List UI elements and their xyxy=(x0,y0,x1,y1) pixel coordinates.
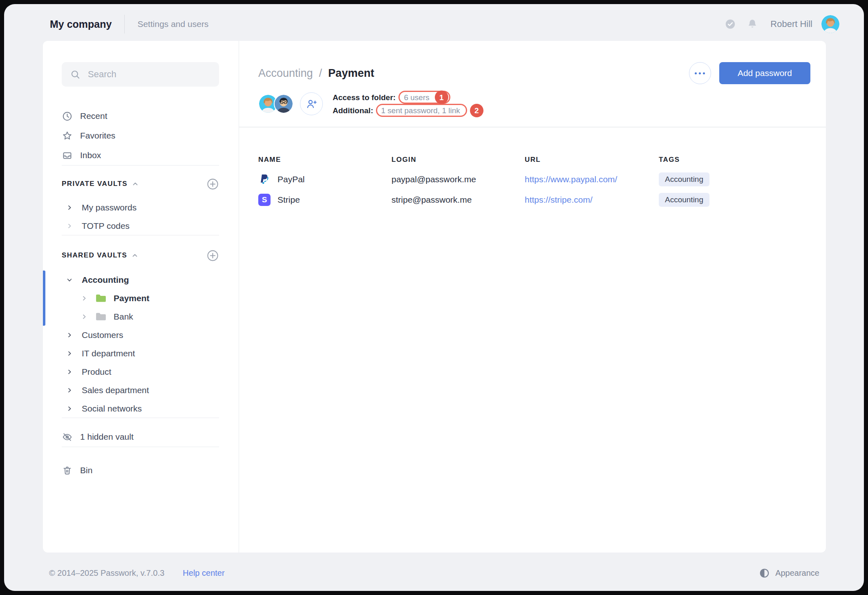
hidden-vault-toggle[interactable]: 1 hidden vault xyxy=(62,427,219,447)
chevron-down-icon xyxy=(66,277,73,283)
entry-login: stripe@passwork.me xyxy=(391,195,525,205)
entry-url-link[interactable]: https://www.paypal.com/ xyxy=(525,174,659,184)
annotation-highlight-2: 1 sent password, 1 link xyxy=(376,104,467,117)
annotation-highlight-1: 6 users 1 xyxy=(398,91,450,104)
settings-and-users-link[interactable]: Settings and users xyxy=(137,19,208,29)
copyright-text: © 2014–2025 Passwork, v.7.0.3 xyxy=(49,568,164,578)
entry-tag[interactable]: Accounting xyxy=(659,172,709,186)
breadcrumb-separator: / xyxy=(319,67,322,80)
table-header-row: NAME LOGIN URL TAGS xyxy=(258,150,810,169)
folder-label: Bank xyxy=(114,312,133,322)
annotation-badge-1: 1 xyxy=(435,91,448,104)
column-header-name: NAME xyxy=(258,156,391,164)
help-center-link[interactable]: Help center xyxy=(183,568,224,578)
table-row-stripe[interactable]: S Stripe stripe@passwork.me https://stri… xyxy=(258,190,810,210)
vault-label: IT department xyxy=(82,349,135,358)
sidebar-item-my-passwords[interactable]: My passwords xyxy=(62,198,219,217)
vault-label: Product xyxy=(82,367,111,377)
vault-label: Customers xyxy=(82,330,123,340)
person-add-icon xyxy=(305,98,318,110)
sidebar-item-favorites[interactable]: Favorites xyxy=(62,126,219,145)
main-panel: Accounting / Payment Add password xyxy=(239,41,826,552)
sidebar-item-accounting[interactable]: Accounting xyxy=(62,271,219,289)
vault-label: Social networks xyxy=(82,404,142,414)
add-shared-vault-button[interactable] xyxy=(206,249,219,262)
shared-vaults-header[interactable]: SHARED VAULTS xyxy=(62,246,219,265)
add-private-vault-button[interactable] xyxy=(206,178,219,190)
stripe-icon: S xyxy=(258,194,271,206)
access-users-link[interactable]: 6 users xyxy=(404,92,429,103)
sidebar-item-label: Favorites xyxy=(80,131,115,141)
sidebar-item-bank[interactable]: Bank xyxy=(62,307,219,326)
chevron-up-icon xyxy=(131,252,139,259)
inbox-icon xyxy=(62,150,73,161)
add-user-button[interactable] xyxy=(300,92,323,115)
chevron-right-icon xyxy=(66,204,73,211)
sidebar-item-totp-codes[interactable]: TOTP codes xyxy=(62,217,219,235)
hidden-vault-label: 1 hidden vault xyxy=(80,432,134,442)
sidebar-divider xyxy=(62,418,219,418)
section-title: PRIVATE VAULTS xyxy=(62,180,128,188)
sidebar-item-sales-department[interactable]: Sales department xyxy=(62,381,219,399)
folder-user-avatars xyxy=(258,94,293,114)
chevron-right-icon xyxy=(66,387,73,394)
entry-tag[interactable]: Accounting xyxy=(659,193,709,207)
vault-label: My passwords xyxy=(82,203,136,212)
clock-icon xyxy=(62,111,73,122)
chevron-up-icon xyxy=(132,180,139,188)
folder-icon xyxy=(95,292,107,304)
trash-icon xyxy=(62,465,73,476)
search-box[interactable] xyxy=(62,62,219,87)
chevron-right-icon xyxy=(66,350,73,357)
vault-label: Accounting xyxy=(82,275,129,285)
column-header-tags: TAGS xyxy=(659,156,810,164)
vault-label: Sales department xyxy=(82,385,149,395)
chevron-right-icon xyxy=(81,295,87,302)
sidebar-item-label: Inbox xyxy=(80,150,101,160)
company-logo[interactable]: My company xyxy=(50,18,112,30)
appearance-toggle[interactable]: Appearance xyxy=(759,568,819,579)
breadcrumb-parent[interactable]: Accounting xyxy=(258,67,313,80)
page-title: Payment xyxy=(328,67,374,80)
topbar: My company Settings and users Robert Hil… xyxy=(4,4,864,41)
paypal-icon xyxy=(258,173,271,186)
user-name[interactable]: Robert Hill xyxy=(770,19,812,29)
entry-login: paypal@passwork.me xyxy=(391,174,525,184)
main-divider xyxy=(239,127,826,128)
content-card: Recent Favorites Inbox PRIVATE VAULTS xyxy=(43,41,826,552)
sidebar-item-customers[interactable]: Customers xyxy=(62,326,219,344)
check-circle-icon[interactable] xyxy=(725,18,736,30)
add-password-button[interactable]: Add password xyxy=(719,62,810,84)
sidebar-divider xyxy=(62,447,219,447)
sidebar-item-product[interactable]: Product xyxy=(62,362,219,381)
search-input[interactable] xyxy=(87,69,211,80)
section-title: SHARED VAULTS xyxy=(62,251,127,259)
eye-off-icon xyxy=(62,432,73,443)
more-options-button[interactable] xyxy=(689,62,711,84)
sidebar-item-inbox[interactable]: Inbox xyxy=(62,145,219,165)
appearance-label: Appearance xyxy=(775,568,819,578)
sidebar: Recent Favorites Inbox PRIVATE VAULTS xyxy=(43,41,239,552)
folder-icon xyxy=(95,311,107,323)
chevron-right-icon xyxy=(66,332,73,338)
sidebar-item-it-department[interactable]: IT department xyxy=(62,344,219,362)
sidebar-item-bin[interactable]: Bin xyxy=(62,461,219,480)
sidebar-item-social-networks[interactable]: Social networks xyxy=(62,399,219,418)
entry-name: PayPal xyxy=(277,174,305,184)
additional-link[interactable]: 1 sent password, 1 link xyxy=(381,105,460,116)
private-vaults-header[interactable]: PRIVATE VAULTS xyxy=(62,174,219,193)
bell-icon[interactable] xyxy=(747,18,758,30)
table-row-paypal[interactable]: PayPal paypal@passwork.me https://www.pa… xyxy=(258,169,810,190)
column-header-login: LOGIN xyxy=(391,156,525,164)
annotation-badge-2: 2 xyxy=(470,104,483,117)
entry-url-link[interactable]: https://stripe.com/ xyxy=(525,195,659,205)
app-window: My company Settings and users Robert Hil… xyxy=(4,4,864,591)
sidebar-divider xyxy=(62,235,219,235)
chevron-right-icon xyxy=(66,405,73,412)
bin-label: Bin xyxy=(80,465,92,475)
avatar xyxy=(274,94,293,114)
user-avatar[interactable] xyxy=(821,15,839,33)
sidebar-item-recent[interactable]: Recent xyxy=(62,106,219,126)
sidebar-item-payment[interactable]: Payment xyxy=(62,289,219,307)
sidebar-item-label: Recent xyxy=(80,111,107,121)
